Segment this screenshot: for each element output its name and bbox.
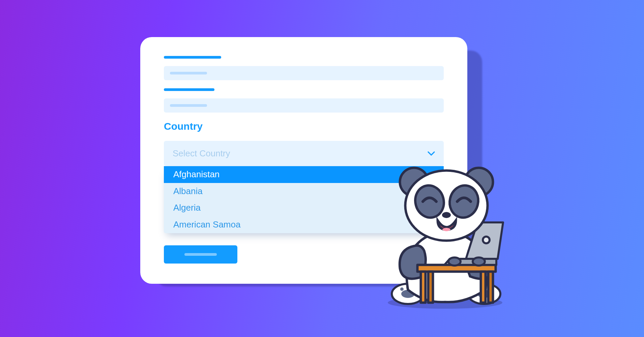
form-card: Country Select Country Afghanistan Alban…	[140, 37, 467, 284]
country-select-placeholder: Select Country	[173, 148, 230, 159]
svg-point-2	[401, 290, 415, 298]
country-dropdown: Afghanistan Albania Algeria American Sam…	[164, 166, 444, 233]
svg-point-0	[388, 297, 502, 309]
country-option-3[interactable]: American Samoa	[164, 216, 444, 233]
field-1-label-skeleton	[164, 56, 221, 59]
country-field: Country Select Country Afghanistan Alban…	[164, 121, 444, 233]
svg-rect-15	[488, 272, 493, 303]
field-1-input[interactable]	[164, 66, 444, 80]
country-select[interactable]: Select Country	[164, 141, 444, 166]
field-2-placeholder-skeleton	[170, 104, 207, 107]
svg-point-17	[483, 237, 490, 243]
country-option-2[interactable]: Algeria	[164, 200, 444, 216]
field-2-input[interactable]	[164, 98, 444, 113]
svg-point-10	[489, 287, 492, 291]
field-1-placeholder-skeleton	[170, 72, 207, 74]
field-2-label-skeleton	[164, 88, 214, 91]
submit-button-label-skeleton	[184, 253, 217, 256]
svg-point-3	[400, 287, 404, 291]
svg-point-5	[412, 287, 416, 291]
form-field-1	[164, 56, 444, 80]
svg-point-7	[477, 290, 491, 298]
form-field-2	[164, 88, 444, 113]
country-option-0[interactable]: Afghanistan	[164, 166, 444, 183]
svg-point-4	[406, 286, 410, 289]
svg-point-6	[468, 284, 500, 304]
svg-point-8	[476, 287, 480, 291]
svg-point-1	[392, 284, 424, 304]
country-option-1[interactable]: Albania	[164, 183, 444, 200]
svg-point-16	[483, 237, 490, 243]
submit-button[interactable]	[164, 245, 237, 264]
chevron-down-icon	[428, 149, 435, 158]
country-label: Country	[164, 121, 444, 132]
svg-point-9	[482, 286, 486, 289]
